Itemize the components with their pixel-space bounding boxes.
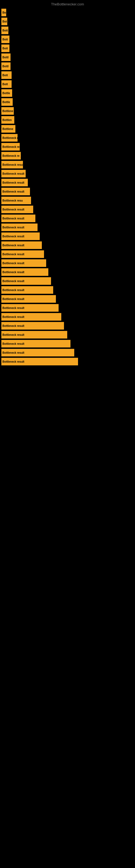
bar-text: Bottle [2, 101, 10, 104]
bar-text: Bottleneck result [2, 360, 24, 363]
bar-text: Bottleneck result [2, 253, 24, 256]
bar-text: Bottleneck result [2, 307, 24, 310]
bar-row: Bottleneck result [0, 295, 135, 303]
bar: Bottle [1, 89, 12, 97]
bar: Bottleneck re [1, 152, 21, 159]
bar: Bottleneck result [1, 268, 48, 276]
bar-text: Bottleneck result [2, 208, 24, 211]
bar: Bottleneck result [1, 241, 42, 249]
bar-row: Bottleneck result [0, 340, 135, 347]
bar-text: Bottleneck result [2, 289, 24, 291]
bar-text: Bottleneck result [2, 226, 24, 229]
bar-text: Bottleneck result [2, 163, 23, 166]
bar: Bottleneck result [1, 143, 20, 151]
bar-row: Bottleneck result [0, 322, 135, 330]
bar-text: Bott [2, 47, 8, 50]
bar-text: Bottlen [2, 119, 12, 122]
bar-row: Bott [0, 44, 135, 52]
bar: Bottle [1, 98, 13, 106]
bar-text: Bottle [2, 92, 10, 95]
bar-row: Bottle [0, 98, 135, 106]
bar-row: Bott [0, 27, 135, 34]
bar-text: Bot [2, 20, 7, 23]
bar: Bottlene [1, 125, 15, 133]
bar: Bottleneck result [1, 232, 40, 240]
bar: Bottleneck result [1, 349, 74, 356]
bar-row: Bottleneck result [0, 304, 135, 312]
bar: Bottleneck result [1, 188, 30, 195]
bar-row: Bottleneck result [0, 188, 135, 195]
bar-text: Bottleneck result [2, 217, 24, 220]
bar-row: Bottleneck result [0, 206, 135, 213]
bar-text: Bottlene [2, 110, 13, 113]
bar: Bottleneck result [1, 286, 53, 294]
bar-text: Bottleneck result [2, 298, 24, 301]
bar-row: Bottl [0, 54, 135, 61]
bar-text: Bott [2, 29, 8, 32]
bar-text: Bottleneck result [2, 342, 24, 345]
bar-row: Bottl [0, 62, 135, 70]
bar-row: Bottleneck result [0, 313, 135, 321]
bar: Bottleneck result [1, 170, 26, 177]
bar-text: Bottl [2, 65, 9, 68]
bar: Bottleneck result [1, 304, 58, 312]
bar-text: Bott [2, 38, 8, 41]
bar-text: Bottleneck result [2, 235, 24, 238]
bar: Bo [1, 9, 6, 16]
bar-text: Bottleneck result [2, 181, 24, 184]
bar-row: Bott [0, 80, 135, 88]
bar-row: Bottleneck result [0, 179, 135, 186]
bar-row: Bottlene [0, 125, 135, 133]
bar-row: Bot [0, 18, 135, 25]
bar-row: Bott [0, 35, 135, 43]
bar-text: Bottleneck result [2, 145, 20, 148]
bars-container: BoBotBottBottBottBottlBottlBottBottBottl… [0, 9, 135, 365]
bar-row: Bottleneck result [0, 331, 135, 339]
bar-text: Bottleneck result [2, 315, 24, 318]
bar: Bottleneck result [1, 331, 67, 339]
bar-text: Bottleneck result [2, 190, 24, 193]
bar: Bott [1, 71, 12, 79]
bar: Bottl [1, 62, 10, 70]
bar: Bottlen [1, 116, 14, 124]
bar-text: Bottl [2, 56, 9, 59]
bar-row: Bottleneck result [0, 161, 135, 168]
bar: Bottleneck result [1, 340, 71, 347]
bar-text: Bottleneck result [2, 351, 24, 354]
bar-row: Bottleneck result [0, 286, 135, 294]
bar-text: Bottleneck resu [2, 199, 23, 202]
bar-row: Bo [0, 9, 135, 16]
bar: Bott [1, 80, 12, 88]
bar: Bottleneck result [1, 277, 51, 285]
bar: Bottleneck result [1, 206, 33, 213]
bar: Bottleneck r [1, 134, 17, 142]
bar-row: Bott [0, 71, 135, 79]
bar: Bottleneck result [1, 250, 44, 258]
bar-row: Bottlen [0, 116, 135, 124]
bar-row: Bottleneck result [0, 215, 135, 222]
bar-row: Bottleneck r [0, 134, 135, 142]
bar-row: Bottleneck re [0, 152, 135, 159]
bar: Bot [1, 18, 7, 25]
bar-row: Bottleneck result [0, 268, 135, 276]
bar-text: Bottleneck result [2, 324, 24, 328]
bar-text: Bottleneck result [2, 172, 24, 175]
bar-row: Bottle [0, 89, 135, 97]
bar-text: Bottlene [2, 127, 13, 130]
bar-text: Bott [2, 83, 8, 86]
bar: Bott [1, 35, 9, 43]
bar-text: Bo [2, 11, 6, 14]
bar: Bottleneck result [1, 179, 28, 186]
bar-row: Bottleneck result [0, 349, 135, 356]
bar: Bottleneck result [1, 322, 64, 330]
bar-row: Bottleneck result [0, 170, 135, 177]
bar: Bottleneck result [1, 313, 61, 321]
bar: Bottleneck result [1, 161, 23, 168]
bar-row: Bottlene [0, 107, 135, 115]
bar: Bottl [1, 54, 10, 61]
bar-text: Bottleneck result [2, 333, 24, 336]
bar-row: Bottleneck result [0, 223, 135, 231]
bar: Bottleneck result [1, 259, 46, 267]
bar-row: Bottleneck result [0, 277, 135, 285]
bar-row: Bottleneck result [0, 358, 135, 365]
